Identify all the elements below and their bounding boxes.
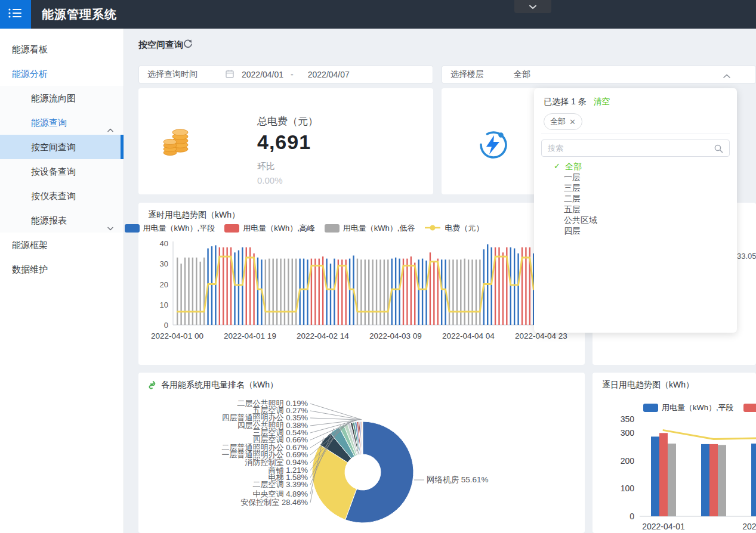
svg-text:2022-04-02 14: 2022-04-02 14	[297, 331, 349, 340]
floor-filter-label: 选择楼层	[450, 69, 484, 80]
svg-text:300: 300	[621, 428, 635, 438]
floor-option-label: 全部	[565, 162, 582, 171]
floor-option-一层[interactable]: 一层	[534, 172, 737, 182]
floor-option-二层[interactable]: 二层	[534, 193, 737, 204]
svg-text:100: 100	[621, 484, 635, 493]
floor-options-list: ✓全部一层三层二层五层公共区域四层	[534, 161, 737, 236]
floor-option-label: 公共区域	[564, 215, 597, 225]
chip-remove-icon[interactable]: ✕	[569, 117, 576, 126]
energy-management-screen: 能源管理系统 能源看板能源分析能源流向图能源查询按空间查询按设备查询按仪表查询能…	[0, 0, 756, 533]
sidebar-item-能源看板[interactable]: 能源看板	[0, 37, 124, 61]
dropdown-divider	[541, 134, 730, 134]
date-start-value[interactable]: 2022/04/01	[242, 70, 283, 79]
sidebar-submenu-group: 能源流向图能源查询按空间查询按设备查询按仪表查询能源报表	[0, 86, 124, 233]
floor-option-三层[interactable]: 三层	[534, 182, 737, 193]
legend-item[interactable]: 用电量（kWh）,低谷	[325, 223, 415, 234]
floor-filter[interactable]: 选择楼层 全部	[442, 66, 756, 83]
chevron-up-icon	[723, 72, 731, 81]
daily-chart-legend: 用电量（kWh）,平段用电量（kWh）,高峰	[643, 402, 756, 413]
clear-selection-button[interactable]: 清空	[593, 97, 610, 106]
svg-text:2022-04-01 19: 2022-04-01 19	[224, 331, 276, 340]
ring-ratio-value: 0.00%	[257, 175, 318, 185]
svg-text:40: 40	[160, 239, 168, 248]
sidebar-item-能源框架[interactable]: 能源框架	[0, 233, 124, 257]
svg-text:350: 350	[621, 414, 635, 424]
svg-text:10: 10	[160, 300, 168, 309]
search-icon	[714, 144, 724, 156]
header-dropdown-button[interactable]	[514, 0, 551, 13]
menu-toggle-button[interactable]	[0, 0, 31, 29]
legend-item[interactable]: 电费（元）	[424, 223, 483, 234]
system-ranking-card: 各用能系统用电量排名（kWh） 二层公共照明 0.19%五层空调 0.27%四层…	[138, 373, 585, 533]
legend-item[interactable]: 用电量（kWh）,高峰	[743, 402, 756, 413]
svg-text:0: 0	[164, 321, 168, 330]
legend-label: 用电量（kWh）,平段	[662, 402, 734, 413]
sidebar-item-按设备查询[interactable]: 按设备查询	[0, 159, 124, 184]
date-end-value[interactable]: 2022/04/07	[308, 70, 350, 79]
chevron-down-icon	[529, 1, 537, 12]
legend-item[interactable]: 用电量（kWh）,高峰	[224, 223, 315, 234]
floor-option-label: 二层	[564, 194, 581, 203]
floor-option-label: 三层	[564, 183, 581, 193]
total-cost-block: 总电费（元） 4,691 环比 0.00%	[257, 114, 318, 185]
floor-filter-value[interactable]: 全部	[514, 69, 530, 80]
date-range-filter[interactable]: 选择查询时间 2022/04/01 - 2022/04/07	[138, 66, 433, 83]
legend-swatch	[224, 224, 239, 233]
daily-chart-plot: 01002003003502022-04-012022-04-03	[593, 414, 756, 533]
floor-option-全部[interactable]: ✓全部	[534, 161, 737, 172]
sidebar-item-能源流向图[interactable]: 能源流向图	[0, 86, 124, 110]
floor-option-label: 一层	[564, 172, 581, 182]
svg-text:2022-04-04 23: 2022-04-04 23	[515, 331, 567, 340]
sidebar-item-能源查询[interactable]: 能源查询	[0, 110, 124, 135]
sidebar-item-能源报表[interactable]: 能源报表	[0, 208, 124, 233]
sidebar-item-label: 能源报表	[31, 215, 67, 225]
selected-chip[interactable]: 全部 ✕	[544, 113, 582, 130]
sidebar-item-label: 能源分析	[12, 69, 48, 79]
legend-label: 用电量（kWh）,低谷	[343, 223, 415, 234]
floor-option-公共区域[interactable]: 公共区域	[534, 215, 737, 225]
legend-swatch	[125, 224, 140, 233]
total-cost-title: 总电费（元）	[257, 114, 318, 128]
svg-text:2022-04-03 09: 2022-04-03 09	[369, 331, 422, 340]
legend-item[interactable]: 用电量（kWh）,平段	[125, 223, 215, 234]
data-label-fragment: 33.05	[737, 252, 756, 261]
sidebar-item-label: 数据维护	[12, 264, 48, 274]
search-input[interactable]	[548, 140, 709, 156]
svg-text:安保控制室 28.46%: 安保控制室 28.46%	[240, 498, 308, 507]
floor-option-label: 四层	[564, 226, 581, 235]
check-icon: ✓	[554, 161, 560, 172]
hourly-chart-plot: 0102030402022-04-01 002022-04-01 192022-…	[138, 238, 585, 365]
legend-item[interactable]: 用电量（kWh）,平段	[643, 402, 734, 413]
selected-count-text: 已选择 1 条	[544, 97, 587, 106]
svg-text:二层空调 3.39%: 二层空调 3.39%	[253, 480, 308, 489]
sidebar-item-数据维护[interactable]: 数据维护	[0, 257, 124, 281]
legend-label: 用电量（kWh）,高峰	[243, 223, 315, 234]
sidebar-item-label: 按空间查询	[31, 142, 76, 152]
pie-chart-plot: 二层公共照明 0.19%五层空调 0.27%四层普通照明办公 0.35%四层公共…	[138, 373, 585, 533]
ring-ratio-label: 环比	[257, 161, 318, 172]
chip-label: 全部	[550, 116, 566, 127]
total-cost-value: 4,691	[257, 131, 318, 154]
daily-trend-card: 逐日用电趋势图（kWh） 用电量（kWh）,平段用电量（kWh）,高峰 0100…	[593, 373, 756, 533]
hourly-chart-legend: 用电量（kWh）,平段用电量（kWh）,高峰用电量（kWh）,低谷电费（元）	[168, 223, 440, 234]
refresh-icon[interactable]	[183, 39, 193, 49]
svg-text:200: 200	[621, 456, 635, 466]
svg-text:网络机房 55.61%: 网络机房 55.61%	[427, 475, 489, 484]
sidebar-item-label: 按仪表查询	[31, 191, 76, 201]
svg-text:30: 30	[160, 259, 168, 268]
total-cost-card: 总电费（元） 4,691 环比 0.00%	[138, 88, 433, 194]
app-title: 能源管理系统	[42, 0, 117, 29]
sidebar-item-label: 能源流向图	[31, 93, 76, 103]
floor-option-四层[interactable]: 四层	[534, 225, 737, 236]
sidebar-item-按仪表查询[interactable]: 按仪表查询	[0, 184, 124, 208]
sidebar-item-按空间查询[interactable]: 按空间查询	[0, 135, 124, 159]
sidebar-item-能源分析[interactable]: 能源分析	[0, 61, 124, 86]
page-title: 按空间查询	[138, 39, 183, 51]
floor-option-五层[interactable]: 五层	[534, 204, 737, 215]
sidebar-item-label: 能源框架	[12, 240, 48, 250]
svg-text:2022-04-01: 2022-04-01	[642, 522, 685, 531]
svg-text:中央空调 4.89%: 中央空调 4.89%	[253, 489, 308, 498]
legend-swatch	[743, 404, 756, 412]
sidebar-item-label: 能源看板	[12, 44, 48, 54]
hamburger-icon	[8, 7, 23, 22]
